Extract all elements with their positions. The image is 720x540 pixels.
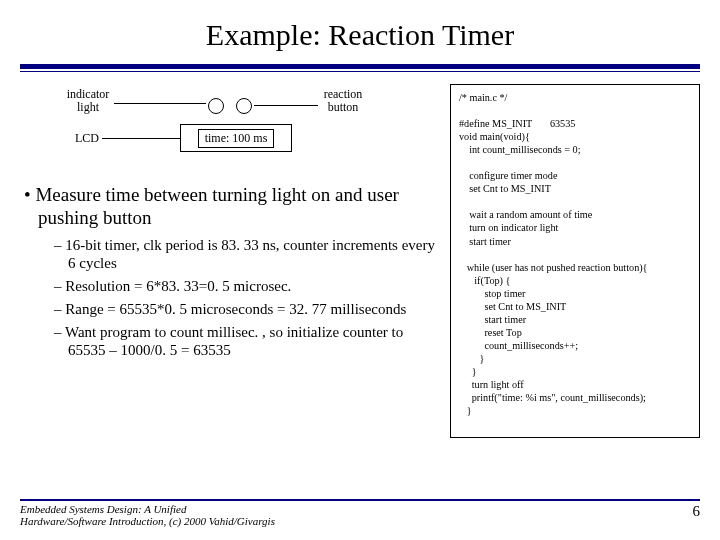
indicator-light-label: indicator light: [62, 88, 114, 114]
page-number: 6: [693, 503, 701, 528]
title-rule-thin: [20, 71, 700, 72]
bullet-resolution: – Resolution = 6*83. 33=0. 5 microsec.: [54, 277, 440, 295]
lcd-display: time: 100 ms: [180, 124, 292, 152]
lcd-text: time: 100 ms: [198, 129, 275, 148]
lcd-label: LCD: [72, 132, 102, 145]
hardware-diagram: indicator light reaction button LCD time…: [20, 84, 440, 176]
reaction-leader-line: [254, 105, 318, 106]
bullet-main: • Measure time between turning light on …: [20, 184, 440, 230]
bullet-range: – Range = 65535*0. 5 microseconds = 32. …: [54, 300, 440, 318]
bullet-timer-spec: – 16-bit timer, clk period is 83. 33 ns,…: [54, 236, 440, 272]
lcd-leader-line: [102, 138, 180, 139]
bullet-init-counter: – Want program to count millisec. , so i…: [54, 323, 440, 359]
title-rule-thick: [20, 64, 700, 69]
led-icon: [208, 98, 224, 114]
indicator-leader-line: [114, 103, 206, 104]
footer-credit: Embedded Systems Design: A Unified Hardw…: [20, 503, 275, 528]
footer: Embedded Systems Design: A Unified Hardw…: [20, 499, 700, 528]
slide-title: Example: Reaction Timer: [0, 0, 720, 64]
led-icon: [236, 98, 252, 114]
reaction-button-label: reaction button: [320, 88, 366, 114]
code-listing: /* main.c */ #define MS_INIT 63535 void …: [450, 84, 700, 438]
